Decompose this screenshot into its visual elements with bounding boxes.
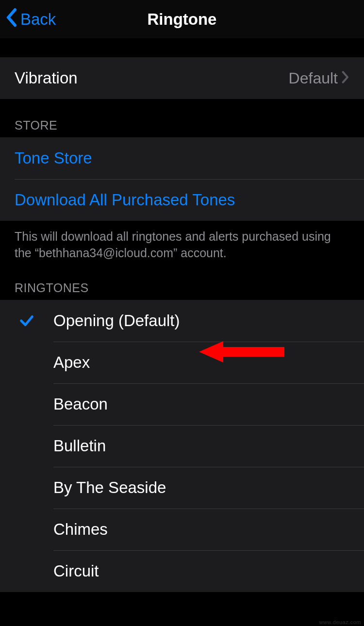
download-all-label: Download All Purchased Tones — [15, 191, 235, 209]
ringtone-row[interactable]: Chimes — [0, 509, 364, 550]
vibration-label: Vibration — [15, 69, 78, 87]
ringtone-label: Chimes — [53, 520, 108, 539]
ringtone-label: Circuit — [53, 562, 99, 580]
ringtone-label: Bulletin — [53, 437, 106, 455]
ringtone-row[interactable]: Circuit — [0, 550, 364, 592]
nav-bar: Back Ringtone — [0, 0, 364, 39]
store-footer-text: This will download all ringtones and ale… — [0, 221, 364, 262]
tone-store-row[interactable]: Tone Store — [0, 137, 364, 179]
vibration-group: Vibration Default — [0, 57, 364, 99]
ringtone-label: Opening (Default) — [53, 312, 180, 330]
ringtone-row[interactable]: Bulletin — [0, 425, 364, 467]
spacer — [0, 39, 364, 57]
chevron-right-icon — [342, 70, 349, 86]
ringtone-row[interactable]: Opening (Default) — [0, 300, 364, 342]
ringtone-row[interactable]: Beacon — [0, 383, 364, 425]
tone-store-label: Tone Store — [15, 149, 92, 167]
back-label: Back — [20, 10, 56, 29]
ringtone-label: By The Seaside — [53, 478, 166, 497]
store-section-header: STORE — [0, 99, 364, 137]
vibration-value: Default — [289, 69, 342, 87]
ringtones-group: Opening (Default)ApexBeaconBulletinBy Th… — [0, 300, 364, 592]
ringtone-label: Apex — [53, 353, 90, 372]
watermark: www.deuaz.com — [319, 619, 361, 625]
ringtone-row[interactable]: Apex — [0, 342, 364, 383]
checkmark-icon — [0, 313, 53, 329]
chevron-left-icon — [5, 8, 20, 31]
ringtones-section-header: RINGTONES — [0, 262, 364, 300]
back-button[interactable]: Back — [0, 8, 56, 31]
ringtone-label: Beacon — [53, 395, 108, 413]
store-group: Tone Store Download All Purchased Tones — [0, 137, 364, 221]
vibration-row[interactable]: Vibration Default — [0, 57, 364, 99]
download-all-row[interactable]: Download All Purchased Tones — [0, 179, 364, 221]
ringtone-row[interactable]: By The Seaside — [0, 467, 364, 509]
